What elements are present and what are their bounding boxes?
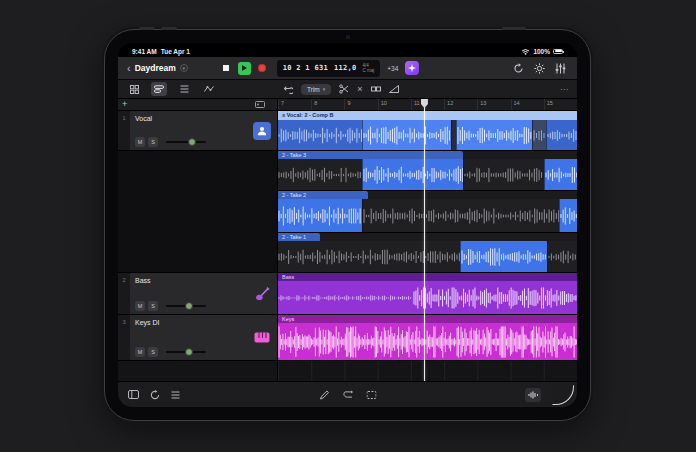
- browser-button[interactable]: [128, 390, 139, 399]
- volume-slider[interactable]: [166, 141, 206, 143]
- header-options-icon[interactable]: [255, 101, 265, 108]
- take-lanes-header-area: [118, 151, 277, 273]
- take-segment-selected[interactable]: [460, 241, 547, 273]
- take-region-label[interactable]: 2 - Take 2: [278, 191, 368, 199]
- editor-toggle-button[interactable]: [525, 388, 541, 402]
- mute-button[interactable]: M: [135, 301, 145, 311]
- delete-button[interactable]: ×: [357, 85, 362, 94]
- take-segment-selected[interactable]: [559, 199, 577, 233]
- status-bar: 9:41 AM Tue Apr 1 100%: [118, 43, 577, 57]
- tool-dropdown[interactable]: Trim ▾: [301, 84, 331, 95]
- volume-slider[interactable]: [166, 351, 206, 353]
- solo-button[interactable]: S: [148, 347, 158, 357]
- mute-button[interactable]: M: [135, 137, 145, 147]
- project-title[interactable]: Daydream: [135, 63, 176, 73]
- main-toolbar: ‹ Daydream ▾ 10 2 1 631 112,0 4/4 C maj: [118, 57, 577, 80]
- undo-button[interactable]: [283, 85, 293, 94]
- take-segment[interactable]: [278, 241, 460, 273]
- take-segment[interactable]: [547, 241, 577, 273]
- cycle-button[interactable]: [510, 60, 526, 76]
- pencil-tool-button[interactable]: [319, 390, 329, 400]
- take-segment[interactable]: [362, 199, 559, 233]
- back-chevron-icon[interactable]: ‹: [127, 63, 131, 74]
- track-list-empty-area: [118, 361, 277, 381]
- bass-region-label[interactable]: Bass: [278, 273, 577, 281]
- region-bass[interactable]: Bass: [278, 273, 577, 315]
- take-region-label[interactable]: 2 - Take 1: [278, 233, 320, 241]
- take-lane-1[interactable]: 2 - Take 1: [278, 233, 577, 273]
- take-segment[interactable]: [278, 159, 362, 191]
- list-button[interactable]: [171, 391, 180, 399]
- marquee-tool-button[interactable]: [366, 391, 376, 399]
- solo-button[interactable]: S: [148, 301, 158, 311]
- lcd-tempo: 112,0: [334, 64, 357, 72]
- take-segment[interactable]: [463, 159, 544, 191]
- comp-segment[interactable]: [278, 120, 362, 151]
- comp-segment-muted[interactable]: [532, 120, 545, 151]
- more-options-icon[interactable]: ⋯: [560, 85, 569, 94]
- transpose-badge[interactable]: +34: [387, 65, 398, 72]
- tracks-workspace: + 1 Vocal M S: [118, 99, 577, 381]
- bass-audio[interactable]: [278, 281, 413, 315]
- volume-slider[interactable]: [166, 305, 206, 307]
- track-number: 1: [118, 111, 130, 150]
- play-button[interactable]: [238, 62, 251, 75]
- track-header-bass[interactable]: 2 Bass M S: [118, 273, 277, 315]
- region-keys[interactable]: Keys: [278, 315, 577, 361]
- bass-track-icon[interactable]: [253, 285, 271, 303]
- settings-button[interactable]: [531, 60, 547, 76]
- keys-region-label[interactable]: Keys: [278, 315, 577, 323]
- glue-button[interactable]: [371, 85, 381, 93]
- comp-region-label[interactable]: ≡ Vocal: 2 - Comp B: [278, 111, 577, 120]
- loops-button[interactable]: [150, 390, 160, 400]
- keyboard-icon: [254, 332, 270, 343]
- sparkle-icon: [408, 64, 416, 72]
- track-header-vocal[interactable]: 1 Vocal M S: [118, 111, 277, 151]
- mixer-faders-icon: [555, 63, 566, 74]
- volume-up-button: [139, 27, 155, 30]
- lcd-display[interactable]: 10 2 1 631 112,0 4/4 C maj: [277, 60, 381, 77]
- track-number: 3: [118, 315, 130, 360]
- comp-segment-selected[interactable]: [456, 120, 532, 151]
- take-region-label[interactable]: 2 - Take 3: [278, 151, 463, 159]
- track-name[interactable]: Vocal: [135, 115, 271, 122]
- comp-segment-selected[interactable]: [362, 120, 452, 151]
- mute-button[interactable]: M: [135, 347, 145, 357]
- track-header-column: + 1 Vocal M S: [118, 99, 278, 381]
- add-track-button[interactable]: +: [122, 100, 127, 109]
- vocal-track-icon[interactable]: [253, 122, 271, 140]
- stop-button[interactable]: [220, 62, 233, 75]
- take-segment-selected[interactable]: [278, 199, 362, 233]
- project-menu-icon[interactable]: ▾: [180, 64, 188, 72]
- browser-view-button[interactable]: [126, 82, 142, 96]
- mixer-view-button[interactable]: [176, 82, 192, 96]
- mixer-button[interactable]: [552, 60, 568, 76]
- comp-segment[interactable]: [546, 120, 577, 151]
- take-lane-3[interactable]: 2 - Take 3: [278, 151, 577, 191]
- screen-corner-highlight: [552, 385, 574, 405]
- cycle-tool-button[interactable]: [342, 390, 353, 399]
- fade-button[interactable]: [389, 85, 399, 93]
- record-button[interactable]: [256, 62, 269, 75]
- comp-icon: ≡: [282, 112, 285, 118]
- gear-icon: [534, 63, 545, 74]
- tracks-view-button[interactable]: [151, 82, 167, 96]
- waveform-icon: [528, 391, 539, 399]
- bass-guitar-icon: [255, 286, 270, 301]
- track-name[interactable]: Bass: [135, 277, 271, 284]
- take-segment-selected[interactable]: [362, 159, 464, 191]
- bottom-toolbar: [118, 381, 577, 407]
- take-segment-selected[interactable]: [544, 159, 577, 191]
- track-name[interactable]: Keys DI: [135, 319, 271, 326]
- automation-view-button[interactable]: [201, 82, 217, 96]
- keys-track-icon[interactable]: [253, 329, 271, 347]
- bass-audio[interactable]: [413, 281, 577, 315]
- region-vocal-comp[interactable]: ≡ Vocal: 2 - Comp B: [278, 111, 577, 151]
- take-lane-2[interactable]: 2 - Take 2: [278, 191, 577, 233]
- keys-audio[interactable]: [278, 323, 577, 361]
- split-button[interactable]: [339, 84, 349, 94]
- track-header-keys[interactable]: 3 Keys DI M S: [118, 315, 277, 361]
- solo-button[interactable]: S: [148, 137, 158, 147]
- playhead[interactable]: [424, 99, 425, 381]
- session-player-button[interactable]: [405, 61, 419, 75]
